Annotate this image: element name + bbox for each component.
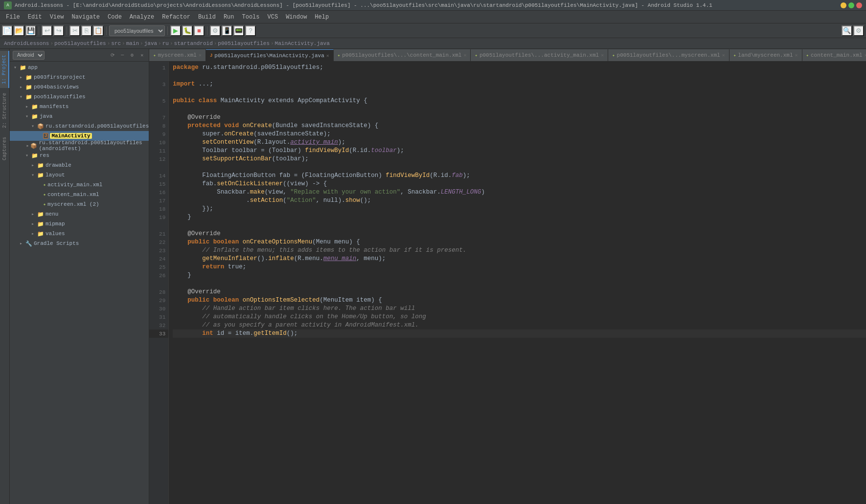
- menu-analyze[interactable]: Analyze: [126, 13, 158, 22]
- menu-view[interactable]: View: [46, 13, 68, 22]
- tree-item-myscreen[interactable]: ✦ myscreen.xml (2): [10, 199, 149, 209]
- tree-item-res[interactable]: ▾ 📁 res: [10, 151, 149, 160]
- bc-androidlessons[interactable]: AndroidLessons: [4, 41, 49, 46]
- tab-close-myscreen2[interactable]: ✕: [722, 52, 725, 58]
- bc-src[interactable]: src: [111, 41, 121, 46]
- menu-help[interactable]: Help: [311, 13, 333, 22]
- tree-item-p004[interactable]: ▸ 📁 p004basicviews: [10, 82, 149, 92]
- toolbar-settings-btn[interactable]: ⚙: [210, 25, 221, 36]
- menu-run[interactable]: Run: [220, 13, 238, 22]
- toolbar-avd-btn[interactable]: 📟: [233, 25, 244, 36]
- tab-close-content2[interactable]: ✕: [865, 52, 866, 58]
- debug-btn[interactable]: 🐛: [182, 25, 193, 36]
- tree-item-drawable[interactable]: ▸ 📁 drawable: [10, 160, 149, 170]
- menu-navigate[interactable]: Navigate: [68, 13, 104, 22]
- toolbar-sep-2: [67, 26, 67, 35]
- menu-refactor[interactable]: Refactor: [158, 13, 194, 22]
- tab-content-main2[interactable]: ✦ content_main.xml ✕: [802, 49, 866, 61]
- toolbar-cut-btn[interactable]: ✂: [69, 25, 80, 36]
- toolbar-sdk-btn[interactable]: 📱: [222, 25, 232, 36]
- tree-item-manifests[interactable]: ▸ 📁 manifests: [10, 102, 149, 111]
- stop-btn[interactable]: ■: [194, 25, 205, 36]
- toolbar-save-btn[interactable]: 💾: [25, 25, 36, 36]
- maximize-btn[interactable]: [848, 2, 854, 8]
- tree-item-values[interactable]: ▸ 📁 values: [10, 229, 149, 239]
- toolbar-search-btn[interactable]: 🔍: [842, 25, 852, 36]
- tree-item-mipmap[interactable]: ▸ 📁 mipmap: [10, 219, 149, 229]
- panel-settings-btn[interactable]: ⚙: [128, 51, 136, 59]
- tab-mainactivity[interactable]: J p0051layoutfiles\MainActivity.java ✕: [206, 49, 334, 61]
- tree-label-layout: layout: [46, 172, 65, 178]
- minimize-btn[interactable]: [841, 2, 846, 8]
- tree-item-app[interactable]: ▾ 📁 app: [10, 63, 149, 72]
- run-btn[interactable]: ▶: [170, 25, 181, 36]
- tree-item-p003[interactable]: ▸ 📁 p003firstproject: [10, 72, 149, 82]
- tree-item-layout[interactable]: ▾ 📁 layout: [10, 170, 149, 180]
- vert-tab-captures[interactable]: Captures: [0, 133, 9, 164]
- tree-label-java: java: [40, 113, 52, 119]
- app-icon: A: [4, 1, 12, 9]
- tree-item-gradle[interactable]: ▸ 🔧 Gradle Scripts: [10, 239, 149, 248]
- tab-close-content[interactable]: ✕: [463, 52, 466, 58]
- tree-label-res: res: [40, 153, 49, 158]
- tree-item-content-main[interactable]: ✦ content_main.xml: [10, 190, 149, 199]
- line-num-32: 32: [149, 321, 168, 329]
- tree-label-mainactivity: MainActivity: [50, 133, 91, 139]
- bc-java[interactable]: java: [144, 41, 157, 46]
- tab-activity-main[interactable]: ✦ p0051layoutfiles\...activity_main.xml …: [471, 49, 608, 61]
- menu-tools[interactable]: Tools: [238, 13, 264, 22]
- toolbar-paste-btn[interactable]: 📋: [93, 25, 104, 36]
- toolbar-undo-btn[interactable]: ↩: [42, 25, 52, 36]
- tree-item-activity-main[interactable]: ✦ activity_main.xml: [10, 180, 149, 190]
- menu-build[interactable]: Build: [194, 13, 220, 22]
- code-content[interactable]: package ru.startandroid.p0051layoutfiles…: [169, 62, 866, 504]
- tab-content-main[interactable]: ✦ p0051layoutfiles\...\content_main.xml …: [334, 49, 471, 61]
- tree-label-p003: p003firstproject: [34, 74, 86, 80]
- tab-close-mainactivity[interactable]: ✕: [326, 53, 329, 59]
- line-num-8: 8: [149, 122, 168, 130]
- line-num-1: 1: [149, 64, 168, 72]
- toolbar-settings2-btn[interactable]: ⚙: [853, 25, 864, 36]
- menu-code[interactable]: Code: [104, 13, 126, 22]
- project-view-dropdown[interactable]: Android Project: [13, 51, 45, 60]
- menu-edit[interactable]: Edit: [24, 13, 46, 22]
- bc-p0051[interactable]: p0051layoutfiles: [218, 41, 270, 46]
- tree-item-menu[interactable]: ▸ 📁 menu: [10, 209, 149, 219]
- tree-label-manifests: manifests: [40, 104, 68, 110]
- toolbar-open-btn[interactable]: 📂: [14, 25, 24, 36]
- line-num-17: 17: [149, 197, 168, 205]
- project-selector[interactable]: poo51layoutfiles: [109, 25, 165, 36]
- tree-item-androidtest[interactable]: ▸ 📦 ru.startandroid.p0051layoutfiles (an…: [10, 141, 149, 151]
- panel-collapse-btn[interactable]: —: [118, 51, 126, 59]
- bc-main[interactable]: main: [126, 41, 139, 46]
- bc-startandroid[interactable]: startandroid: [174, 41, 213, 46]
- close-btn[interactable]: [856, 2, 862, 8]
- tree-item-rupackage[interactable]: ▾ 📦 ru.startandroid.p0051layoutfiles: [10, 121, 149, 131]
- toolbar-copy-btn[interactable]: ⎘: [81, 25, 92, 36]
- tree-item-poo51[interactable]: ▾ 📁 poo51layoutfiles: [10, 92, 149, 102]
- tree-item-java[interactable]: ▾ 📁 java: [10, 111, 149, 121]
- tree-item-mainactivity[interactable]: J MainActivity: [10, 131, 149, 141]
- vert-tab-project[interactable]: 1: Project: [0, 51, 9, 88]
- tab-myscreen[interactable]: ✦ myscreen.xml ✕: [149, 49, 206, 61]
- toolbar-new-btn[interactable]: 📄: [2, 25, 13, 36]
- panel-sync-btn[interactable]: ⟳: [109, 51, 116, 59]
- panel-hide-btn[interactable]: ✕: [138, 51, 146, 59]
- toolbar-redo-btn[interactable]: ↪: [53, 25, 64, 36]
- tab-landmyscreen[interactable]: ✦ land\myscreen.xml ✕: [729, 49, 802, 61]
- menu-file[interactable]: File: [2, 13, 24, 22]
- menu-window[interactable]: Window: [282, 13, 311, 22]
- menu-vcs[interactable]: VCS: [264, 13, 282, 22]
- code-line-20: [173, 221, 866, 230]
- tab-myscreen2[interactable]: ✦ p0051layoutfiles\...myscreen.xml ✕: [608, 49, 729, 61]
- bc-mainactivity[interactable]: MainActivity.java: [275, 41, 330, 46]
- line-num-25: 25: [149, 263, 168, 271]
- vert-tab-structure[interactable]: 2: Structure: [0, 89, 9, 132]
- tab-close-land[interactable]: ✕: [795, 52, 798, 58]
- bc-poo51[interactable]: poo51layoutfiles: [54, 41, 106, 46]
- breadcrumb: AndroidLessons › poo51layoutfiles › src …: [0, 38, 866, 49]
- tab-close-activity[interactable]: ✕: [601, 52, 604, 58]
- toolbar-help-btn[interactable]: ?: [245, 25, 256, 36]
- tab-close-myscreen[interactable]: ✕: [199, 52, 202, 58]
- bc-ru[interactable]: ru: [162, 41, 169, 46]
